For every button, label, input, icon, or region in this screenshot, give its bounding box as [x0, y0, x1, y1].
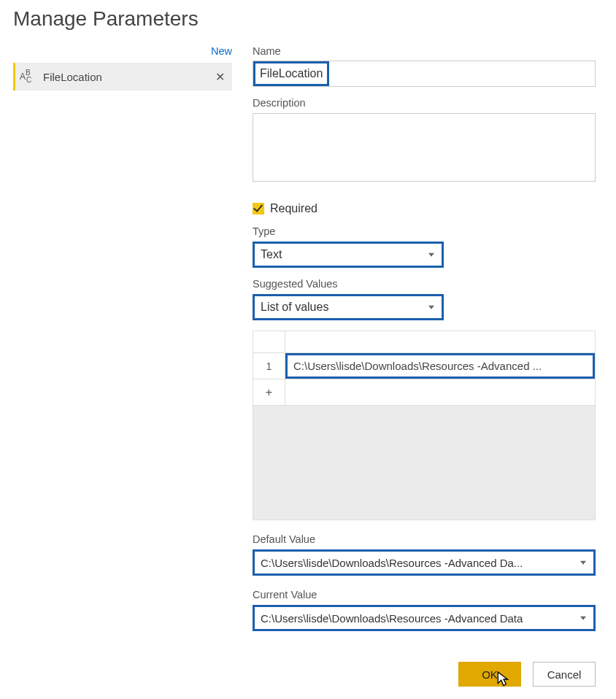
- chevron-down-icon: [428, 253, 434, 257]
- suggested-values-label: Suggested Values: [253, 278, 596, 290]
- type-select[interactable]: Text: [253, 242, 444, 268]
- suggested-values-value: List of values: [261, 301, 328, 314]
- default-value-select[interactable]: C:\Users\lisde\Downloads\Resources -Adva…: [253, 549, 596, 576]
- chevron-down-icon: [428, 306, 434, 309]
- ok-button[interactable]: OK: [458, 662, 521, 687]
- type-select-value: Text: [261, 248, 282, 261]
- cancel-button[interactable]: Cancel: [533, 662, 596, 687]
- suggested-values-select[interactable]: List of values: [253, 294, 444, 320]
- type-label: Type: [253, 225, 596, 237]
- grid-header: [253, 331, 595, 353]
- new-parameter-link[interactable]: New: [13, 45, 232, 57]
- current-value-select[interactable]: C:\Users\lisde\Downloads\Resources -Adva…: [253, 605, 596, 631]
- description-label: Description: [253, 97, 596, 109]
- ok-button-label: OK: [482, 668, 498, 681]
- grid-row[interactable]: 1 C:\Users\lisde\Downloads\Resources -Ad…: [253, 353, 595, 379]
- required-label: Required: [270, 202, 317, 215]
- sidebar-item-label: FileLocation: [43, 71, 215, 83]
- name-highlight: FileLocation: [253, 61, 329, 86]
- add-list-value-row[interactable]: +: [253, 379, 595, 406]
- text-type-icon: ABC: [20, 72, 34, 81]
- cancel-button-label: Cancel: [547, 668, 582, 681]
- row-number: 1: [253, 353, 285, 379]
- list-value-cell[interactable]: C:\Users\lisde\Downloads\Resources -Adva…: [285, 353, 595, 379]
- dialog-title: Manage Parameters: [13, 7, 603, 31]
- values-list-grid: 1 C:\Users\lisde\Downloads\Resources -Ad…: [253, 331, 596, 520]
- description-input[interactable]: [253, 113, 596, 182]
- name-field-wrapper: FileLocation: [253, 61, 596, 87]
- cursor-icon: [497, 671, 510, 690]
- parameter-sidebar: New ABC FileLocation ✕: [13, 45, 232, 644]
- chevron-down-icon: [580, 617, 586, 620]
- chevron-down-icon: [580, 561, 586, 565]
- default-value-label: Default Value: [253, 533, 596, 545]
- name-input[interactable]: FileLocation: [260, 67, 323, 80]
- name-label: Name: [253, 45, 596, 57]
- current-value-label: Current Value: [253, 589, 596, 600]
- plus-icon[interactable]: +: [253, 379, 285, 405]
- required-checkbox[interactable]: [253, 203, 264, 215]
- current-value-text: C:\Users\lisde\Downloads\Resources -Adva…: [261, 612, 523, 625]
- delete-parameter-icon[interactable]: ✕: [215, 70, 225, 84]
- default-value-text: C:\Users\lisde\Downloads\Resources -Adva…: [261, 557, 523, 569]
- sidebar-item-filelocation[interactable]: ABC FileLocation ✕: [15, 63, 232, 90]
